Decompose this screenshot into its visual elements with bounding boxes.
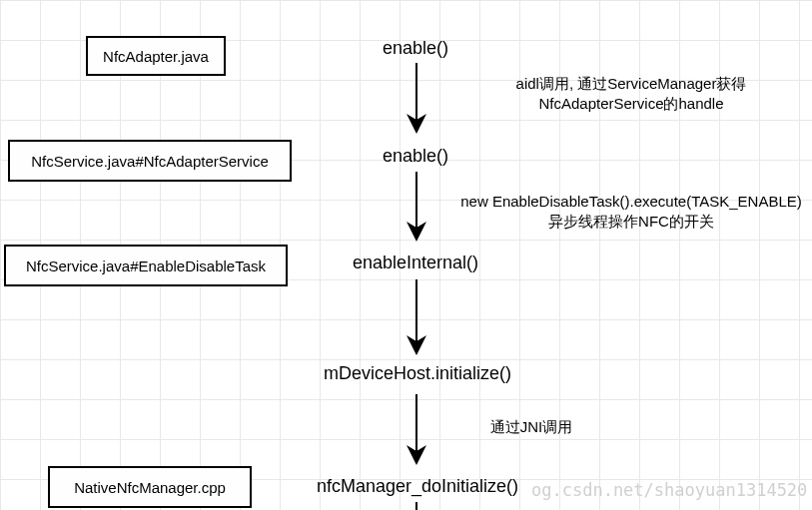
annotation-aidl: aidl调用, 通过ServiceManager获得 NfcAdapterSer… <box>516 74 747 115</box>
box-nfc-adapter: NfcAdapter.java <box>86 36 226 76</box>
flow-nfc-manager-do-init: nfcManager_doInitialize() <box>317 476 518 497</box>
flow-enable-2: enable() <box>383 146 448 167</box>
box-label: NfcService.java#EnableDisableTask <box>26 257 266 274</box>
annotation-line: aidl调用, 通过ServiceManager获得 <box>516 74 747 94</box>
annotation-jni: 通过JNI调用 <box>490 417 573 437</box>
box-label: NativeNfcManager.cpp <box>74 479 226 496</box>
flow-enable-1b: enable() <box>383 38 448 59</box>
box-label: NfcAdapter.java <box>103 48 209 65</box>
annotation-line: new EnableDisableTask().execute(TASK_ENA… <box>460 192 802 212</box>
box-label: NfcService.java#NfcAdapterService <box>31 153 269 170</box>
annotation-task: new EnableDisableTask().execute(TASK_ENA… <box>460 192 802 233</box>
box-enable-disable-task: NfcService.java#EnableDisableTask <box>4 245 288 286</box>
flow-enable-internal: enableInternal() <box>353 253 478 273</box>
annotation-line: NfcAdapterService的handle <box>516 94 747 114</box>
flow-device-host-init: mDeviceHost.initialize() <box>324 363 511 384</box>
annotation-line: 异步线程操作NFC的开关 <box>460 212 802 232</box>
box-nfc-adapter-service: NfcService.java#NfcAdapterService <box>8 140 292 182</box>
box-native-nfc-manager: NativeNfcManager.cpp <box>48 466 252 508</box>
